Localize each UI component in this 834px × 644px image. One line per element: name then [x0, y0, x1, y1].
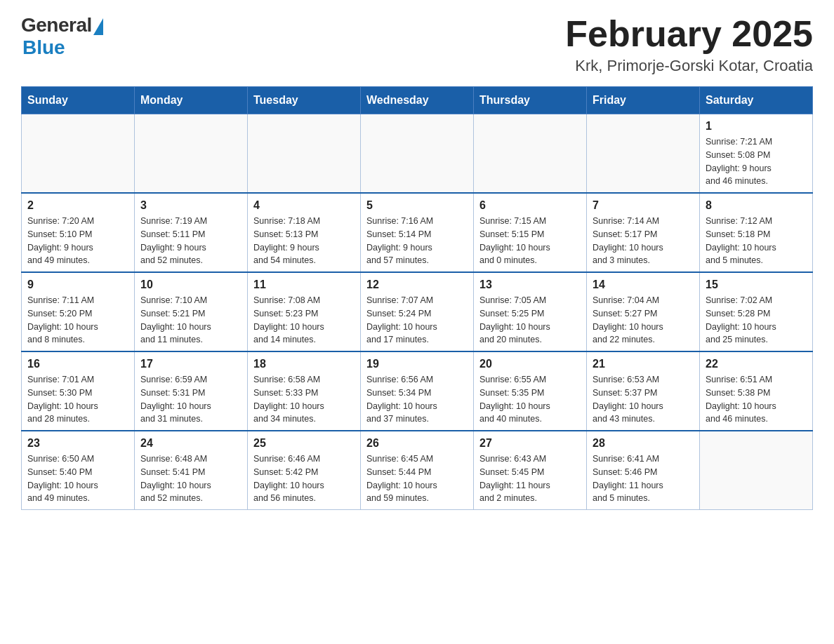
calendar-cell: 27Sunrise: 6:43 AM Sunset: 5:45 PM Dayli… [474, 431, 587, 510]
logo-general-text: General [21, 14, 92, 36]
logo-blue-text: Blue [22, 36, 65, 59]
day-info: Sunrise: 7:21 AM Sunset: 5:08 PM Dayligh… [706, 135, 807, 188]
day-number: 17 [140, 358, 241, 370]
day-info: Sunrise: 7:07 AM Sunset: 5:24 PM Dayligh… [366, 294, 468, 347]
day-number: 21 [593, 358, 694, 370]
calendar-cell: 23Sunrise: 6:50 AM Sunset: 5:40 PM Dayli… [22, 431, 135, 510]
calendar-cell: 13Sunrise: 7:05 AM Sunset: 5:25 PM Dayli… [474, 272, 587, 351]
day-number: 20 [479, 358, 581, 370]
day-info: Sunrise: 6:41 AM Sunset: 5:46 PM Dayligh… [593, 452, 694, 505]
day-info: Sunrise: 7:20 AM Sunset: 5:10 PM Dayligh… [27, 215, 128, 267]
day-number: 28 [593, 437, 694, 450]
day-number: 13 [479, 279, 581, 291]
day-number: 25 [253, 437, 355, 450]
day-number: 22 [706, 358, 807, 370]
day-info: Sunrise: 7:01 AM Sunset: 5:30 PM Dayligh… [27, 373, 128, 426]
calendar-cell: 6Sunrise: 7:15 AM Sunset: 5:15 PM Daylig… [474, 193, 587, 272]
day-number: 19 [366, 358, 468, 370]
day-info: Sunrise: 7:08 AM Sunset: 5:23 PM Dayligh… [253, 294, 355, 347]
calendar-cell: 1Sunrise: 7:21 AM Sunset: 5:08 PM Daylig… [700, 114, 813, 194]
day-number: 6 [479, 199, 581, 212]
day-info: Sunrise: 6:43 AM Sunset: 5:45 PM Dayligh… [479, 452, 581, 505]
weekday-header-row: SundayMondayTuesdayWednesdayThursdayFrid… [22, 87, 813, 114]
day-info: Sunrise: 6:56 AM Sunset: 5:34 PM Dayligh… [366, 373, 468, 426]
day-number: 5 [366, 199, 468, 212]
calendar-cell [361, 114, 474, 194]
day-info: Sunrise: 6:59 AM Sunset: 5:31 PM Dayligh… [140, 373, 241, 426]
day-number: 4 [253, 199, 355, 212]
day-info: Sunrise: 6:46 AM Sunset: 5:42 PM Dayligh… [253, 452, 355, 505]
day-number: 11 [253, 279, 355, 291]
weekday-header-saturday: Saturday [700, 87, 813, 114]
day-info: Sunrise: 7:19 AM Sunset: 5:11 PM Dayligh… [140, 215, 241, 267]
calendar-cell: 4Sunrise: 7:18 AM Sunset: 5:13 PM Daylig… [248, 193, 361, 272]
day-info: Sunrise: 6:58 AM Sunset: 5:33 PM Dayligh… [253, 373, 355, 426]
calendar-cell [474, 114, 587, 194]
day-number: 10 [140, 279, 241, 291]
calendar-cell: 16Sunrise: 7:01 AM Sunset: 5:30 PM Dayli… [22, 351, 135, 431]
weekday-header-wednesday: Wednesday [361, 87, 474, 114]
calendar-cell: 28Sunrise: 6:41 AM Sunset: 5:46 PM Dayli… [587, 431, 700, 510]
day-info: Sunrise: 7:05 AM Sunset: 5:25 PM Dayligh… [479, 294, 581, 347]
day-info: Sunrise: 7:04 AM Sunset: 5:27 PM Dayligh… [593, 294, 694, 347]
day-info: Sunrise: 6:51 AM Sunset: 5:38 PM Dayligh… [706, 373, 807, 426]
calendar-cell: 12Sunrise: 7:07 AM Sunset: 5:24 PM Dayli… [361, 272, 474, 351]
day-info: Sunrise: 7:18 AM Sunset: 5:13 PM Dayligh… [253, 215, 355, 267]
day-number: 26 [366, 437, 468, 450]
day-number: 14 [593, 279, 694, 291]
calendar-cell: 26Sunrise: 6:45 AM Sunset: 5:44 PM Dayli… [361, 431, 474, 510]
day-info: Sunrise: 7:11 AM Sunset: 5:20 PM Dayligh… [27, 294, 128, 347]
calendar-week-row: 9Sunrise: 7:11 AM Sunset: 5:20 PM Daylig… [22, 272, 813, 351]
weekday-header-sunday: Sunday [22, 87, 135, 114]
day-number: 2 [27, 199, 128, 212]
weekday-header-monday: Monday [135, 87, 248, 114]
day-info: Sunrise: 6:53 AM Sunset: 5:37 PM Dayligh… [593, 373, 694, 426]
calendar-week-row: 2Sunrise: 7:20 AM Sunset: 5:10 PM Daylig… [22, 193, 813, 272]
calendar-cell: 24Sunrise: 6:48 AM Sunset: 5:41 PM Dayli… [135, 431, 248, 510]
day-number: 9 [27, 279, 128, 291]
day-number: 23 [27, 437, 128, 450]
calendar-cell: 2Sunrise: 7:20 AM Sunset: 5:10 PM Daylig… [22, 193, 135, 272]
calendar-title: February 2025 [565, 14, 813, 54]
day-info: Sunrise: 7:16 AM Sunset: 5:14 PM Dayligh… [366, 215, 468, 267]
day-number: 18 [253, 358, 355, 370]
calendar-cell [248, 114, 361, 194]
calendar-cell: 21Sunrise: 6:53 AM Sunset: 5:37 PM Dayli… [587, 351, 700, 431]
weekday-header-tuesday: Tuesday [248, 87, 361, 114]
calendar-cell: 3Sunrise: 7:19 AM Sunset: 5:11 PM Daylig… [135, 193, 248, 272]
logo: General Blue [21, 14, 103, 59]
title-section: February 2025 Krk, Primorje-Gorski Kotar… [565, 14, 813, 75]
calendar-cell [587, 114, 700, 194]
day-number: 12 [366, 279, 468, 291]
day-info: Sunrise: 6:48 AM Sunset: 5:41 PM Dayligh… [140, 452, 241, 505]
day-info: Sunrise: 7:12 AM Sunset: 5:18 PM Dayligh… [706, 215, 807, 267]
calendar-cell: 19Sunrise: 6:56 AM Sunset: 5:34 PM Dayli… [361, 351, 474, 431]
calendar-cell: 9Sunrise: 7:11 AM Sunset: 5:20 PM Daylig… [22, 272, 135, 351]
calendar-cell: 5Sunrise: 7:16 AM Sunset: 5:14 PM Daylig… [361, 193, 474, 272]
day-info: Sunrise: 6:50 AM Sunset: 5:40 PM Dayligh… [27, 452, 128, 505]
logo-triangle-icon [93, 18, 103, 35]
calendar-cell [700, 431, 813, 510]
calendar-week-row: 23Sunrise: 6:50 AM Sunset: 5:40 PM Dayli… [22, 431, 813, 510]
day-info: Sunrise: 7:02 AM Sunset: 5:28 PM Dayligh… [706, 294, 807, 347]
calendar-cell [22, 114, 135, 194]
calendar-table: SundayMondayTuesdayWednesdayThursdayFrid… [21, 86, 813, 510]
day-number: 3 [140, 199, 241, 212]
weekday-header-thursday: Thursday [474, 87, 587, 114]
calendar-cell: 17Sunrise: 6:59 AM Sunset: 5:31 PM Dayli… [135, 351, 248, 431]
day-number: 15 [706, 279, 807, 291]
day-number: 1 [706, 120, 807, 133]
calendar-week-row: 16Sunrise: 7:01 AM Sunset: 5:30 PM Dayli… [22, 351, 813, 431]
day-number: 8 [706, 199, 807, 212]
day-info: Sunrise: 7:14 AM Sunset: 5:17 PM Dayligh… [593, 215, 694, 267]
calendar-cell: 7Sunrise: 7:14 AM Sunset: 5:17 PM Daylig… [587, 193, 700, 272]
day-number: 24 [140, 437, 241, 450]
calendar-cell [135, 114, 248, 194]
calendar-cell: 22Sunrise: 6:51 AM Sunset: 5:38 PM Dayli… [700, 351, 813, 431]
calendar-cell: 25Sunrise: 6:46 AM Sunset: 5:42 PM Dayli… [248, 431, 361, 510]
day-number: 16 [27, 358, 128, 370]
day-info: Sunrise: 6:55 AM Sunset: 5:35 PM Dayligh… [479, 373, 581, 426]
day-info: Sunrise: 7:10 AM Sunset: 5:21 PM Dayligh… [140, 294, 241, 347]
calendar-week-row: 1Sunrise: 7:21 AM Sunset: 5:08 PM Daylig… [22, 114, 813, 194]
day-info: Sunrise: 6:45 AM Sunset: 5:44 PM Dayligh… [366, 452, 468, 505]
